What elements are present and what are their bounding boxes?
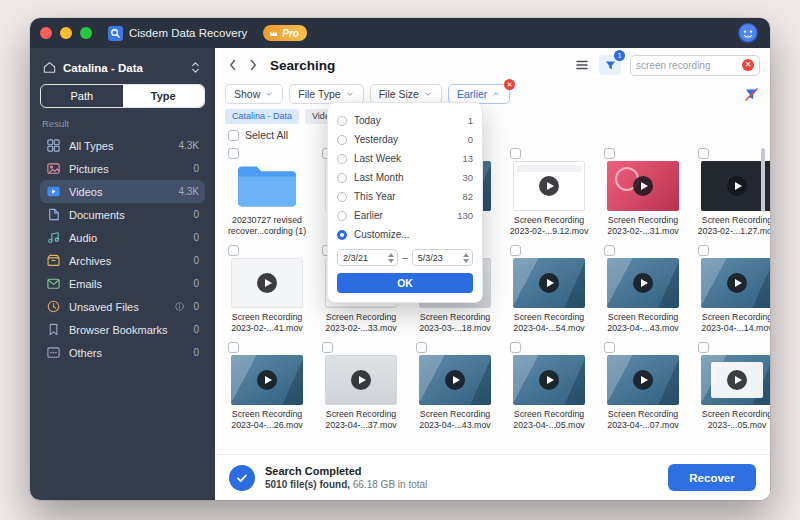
play-icon: [257, 273, 277, 293]
file-cell[interactable]: Screen Recording 2023-04-...37.mov: [315, 342, 407, 439]
filter-panel-button[interactable]: 1: [599, 55, 621, 75]
sidebar-item-browser-bookmarks[interactable]: Browser Bookmarks0: [40, 318, 205, 341]
filter-button-earlier[interactable]: Earlier✕: [448, 84, 510, 104]
file-checkbox[interactable]: [604, 342, 615, 353]
archive-icon: [46, 253, 61, 268]
file-checkbox[interactable]: [510, 342, 521, 353]
file-checkbox[interactable]: [416, 342, 427, 353]
file-checkbox[interactable]: [322, 342, 333, 353]
video-thumbnail[interactable]: [231, 258, 303, 308]
filter-button-file-type[interactable]: File Type: [289, 84, 363, 104]
folder-icon[interactable]: [235, 161, 299, 211]
sidebar-item-others[interactable]: Others0: [40, 341, 205, 364]
date-from-input[interactable]: 2/3/21: [337, 249, 398, 266]
file-checkbox[interactable]: [698, 148, 709, 159]
play-icon: [727, 176, 747, 196]
file-cell[interactable]: Screen Recording 2023-02-...41.mov: [221, 245, 313, 342]
file-checkbox[interactable]: [604, 245, 615, 256]
file-cell[interactable]: 20230727 revised recover...cording (1): [221, 148, 313, 245]
sidebar-tab-type[interactable]: Type: [123, 85, 205, 107]
sidebar-item-emails[interactable]: Emails0: [40, 272, 205, 295]
clear-search-icon[interactable]: ✕: [742, 59, 754, 71]
sidebar-item-videos[interactable]: Videos4.3K: [40, 180, 205, 203]
video-thumbnail[interactable]: [513, 258, 585, 308]
video-thumbnail[interactable]: [701, 161, 770, 211]
file-name: Screen Recording 2023-02-...41.mov: [221, 312, 313, 335]
file-checkbox[interactable]: [698, 342, 709, 353]
date-option-yesterday[interactable]: Yesterday0: [337, 130, 473, 149]
video-thumbnail[interactable]: [325, 355, 397, 405]
file-cell[interactable]: Screen Recording 2023-02-...1.27.mov: [691, 148, 770, 245]
file-cell[interactable]: Screen Recording 2023-04-...07.mov: [597, 342, 689, 439]
file-cell[interactable]: Screen Recording 2023-04-...14.mov: [691, 245, 770, 342]
sidebar-item-audio[interactable]: Audio0: [40, 226, 205, 249]
sidebar-item-documents[interactable]: Documents0: [40, 203, 205, 226]
file-checkbox[interactable]: [698, 245, 709, 256]
minimize-window-button[interactable]: [60, 27, 72, 39]
sidebar-item-all-types[interactable]: All Types4.3K: [40, 134, 205, 157]
file-name: Screen Recording 2023-04-...07.mov: [597, 409, 689, 432]
sidebar-item-pictures[interactable]: Pictures0: [40, 157, 205, 180]
ok-button[interactable]: OK: [337, 273, 473, 293]
file-checkbox[interactable]: [228, 342, 239, 353]
sidebar-item-label: Pictures: [69, 163, 185, 175]
date-to-input[interactable]: 5/3/23: [412, 249, 473, 266]
file-cell[interactable]: Screen Recording 2023-04-...05.mov: [503, 342, 595, 439]
search-input[interactable]: screen recording ✕: [630, 55, 760, 76]
file-cell[interactable]: Screen Recording 2023-02-...9.12.mov: [503, 148, 595, 245]
file-cell[interactable]: Screen Recording 2023-02-...31.mov: [597, 148, 689, 245]
breadcrumb-catalina-data[interactable]: Catalina - Data: [225, 109, 299, 124]
checkbox-icon: [228, 130, 239, 141]
video-thumbnail[interactable]: [513, 355, 585, 405]
date-option-today[interactable]: Today1: [337, 111, 473, 130]
file-checkbox[interactable]: [510, 245, 521, 256]
video-thumbnail[interactable]: [231, 355, 303, 405]
file-cell[interactable]: Screen Recording 2023-04-...43.mov: [409, 342, 501, 439]
video-thumbnail[interactable]: [607, 161, 679, 211]
date-option-last-week[interactable]: Last Week13: [337, 149, 473, 168]
recover-button[interactable]: Recover: [668, 464, 756, 491]
sidebar-tab-path[interactable]: Path: [41, 85, 123, 107]
drive-selector[interactable]: Catalina - Data: [40, 58, 205, 84]
date-option-customize[interactable]: Customize...: [337, 225, 473, 244]
video-thumbnail[interactable]: [607, 355, 679, 405]
date-to-stepper[interactable]: [463, 253, 469, 263]
success-check-icon: [229, 465, 255, 491]
scrollbar[interactable]: [761, 148, 765, 212]
file-checkbox[interactable]: [604, 148, 615, 159]
close-window-button[interactable]: [40, 27, 52, 39]
sidebar-item-unsaved-files[interactable]: Unsaved Files0: [40, 295, 205, 318]
date-option-earlier[interactable]: Earlier130: [337, 206, 473, 225]
filter-button-show[interactable]: Show: [225, 84, 283, 104]
reset-filters-icon[interactable]: [743, 86, 760, 103]
video-thumbnail[interactable]: [419, 355, 491, 405]
file-cell[interactable]: Screen Recording 2023-04-...26.mov: [221, 342, 313, 439]
play-icon: [539, 370, 559, 390]
date-from-stepper[interactable]: [388, 253, 394, 263]
select-all-checkbox[interactable]: Select All: [215, 126, 770, 144]
remove-filter-icon[interactable]: ✕: [504, 79, 515, 90]
video-thumbnail[interactable]: [513, 161, 585, 211]
account-avatar[interactable]: [738, 23, 758, 43]
file-cell[interactable]: Screen Recording 2023-04-...43.mov: [597, 245, 689, 342]
pro-badge[interactable]: Pro: [263, 25, 307, 41]
status-files: 5010 file(s) found,: [265, 479, 350, 490]
list-view-icon[interactable]: [574, 57, 590, 73]
file-checkbox[interactable]: [228, 148, 239, 159]
file-cell[interactable]: Screen Recording 2023-...05.mov: [691, 342, 770, 439]
video-thumbnail[interactable]: [607, 258, 679, 308]
date-option-last-month[interactable]: Last Month30: [337, 168, 473, 187]
file-checkbox[interactable]: [510, 148, 521, 159]
date-option-this-year[interactable]: This Year82: [337, 187, 473, 206]
video-thumbnail[interactable]: [701, 258, 770, 308]
forward-button[interactable]: [245, 57, 261, 73]
back-button[interactable]: [225, 57, 241, 73]
sidebar-item-archives[interactable]: Archives0: [40, 249, 205, 272]
file-checkbox[interactable]: [228, 245, 239, 256]
file-cell[interactable]: Screen Recording 2023-04-...54.mov: [503, 245, 595, 342]
zoom-window-button[interactable]: [80, 27, 92, 39]
video-thumbnail[interactable]: [701, 355, 770, 405]
mail-icon: [46, 276, 61, 291]
filter-button-file-size[interactable]: File Size: [370, 84, 442, 104]
file-name: Screen Recording 2023-04-...54.mov: [503, 312, 595, 335]
